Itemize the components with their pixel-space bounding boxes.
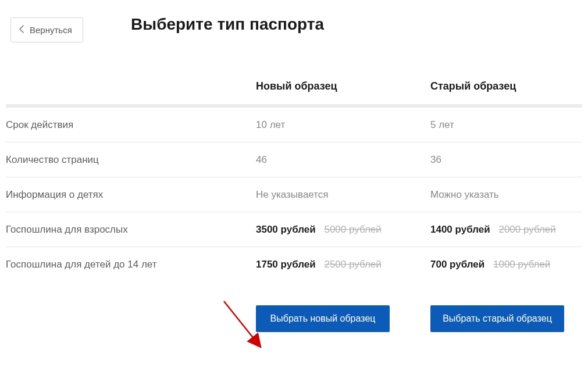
row-fee-adult: Госпошлина для взрослых 3500 рублей 5000… (6, 212, 582, 247)
cell-old: 5 лет (430, 119, 582, 131)
button-row: Выбрать новый образец Выбрать старый обр… (6, 282, 582, 332)
back-button[interactable]: Вернуться (10, 17, 83, 42)
cell-old: Можно указать (430, 189, 582, 201)
row-label: Госпошлина для детей до 14 лет (6, 259, 256, 270)
row-label: Госпошлина для взрослых (6, 224, 256, 236)
header-new: Новый образец (256, 80, 430, 92)
row-children: Информация о детях Не указывается Можно … (6, 177, 582, 212)
cell-new: 46 (256, 154, 430, 166)
cell-new: Не указывается (256, 189, 430, 201)
price-old: 700 рублей (430, 259, 484, 270)
cell-old: 700 рублей 1000 рублей (430, 259, 582, 270)
price-old-old: 2000 рублей (498, 224, 555, 235)
price-new: 1750 рублей (256, 259, 316, 270)
price-new-old: 2500 рублей (324, 259, 381, 270)
btn-spacer (6, 305, 256, 332)
cell-new: 10 лет (256, 119, 430, 131)
chevron-left-icon (19, 25, 24, 35)
row-validity: Срок действия 10 лет 5 лет (6, 108, 582, 142)
row-fee-child: Госпошлина для детей до 14 лет 1750 рубл… (6, 247, 582, 282)
select-old-button[interactable]: Выбрать старый образец (430, 305, 564, 332)
header-old: Старый образец (430, 80, 582, 92)
btn-cell-old: Выбрать старый образец (430, 305, 582, 332)
cell-old: 1400 рублей 2000 рублей (430, 224, 582, 236)
price-old-old: 1000 рублей (493, 259, 550, 270)
row-label: Информация о детях (6, 189, 256, 201)
page-title: Выберите тип паспорта (131, 15, 324, 34)
row-pages: Количество страниц 46 36 (6, 142, 582, 177)
price-new-old: 5000 рублей (324, 224, 381, 235)
cell-new: 1750 рублей 2500 рублей (256, 259, 430, 270)
row-label: Срок действия (6, 119, 256, 131)
row-label: Количество страниц (6, 154, 256, 166)
back-button-label: Вернуться (30, 25, 72, 35)
cell-old: 36 (430, 154, 582, 166)
passport-compare-table: Новый образец Старый образец Срок действ… (6, 70, 582, 332)
cell-new: 3500 рублей 5000 рублей (256, 224, 430, 236)
select-new-button[interactable]: Выбрать новый образец (256, 305, 390, 332)
price-new: 3500 рублей (256, 224, 316, 235)
btn-cell-new: Выбрать новый образец (256, 305, 430, 332)
price-old: 1400 рублей (430, 224, 490, 235)
table-header-row: Новый образец Старый образец (6, 70, 582, 108)
